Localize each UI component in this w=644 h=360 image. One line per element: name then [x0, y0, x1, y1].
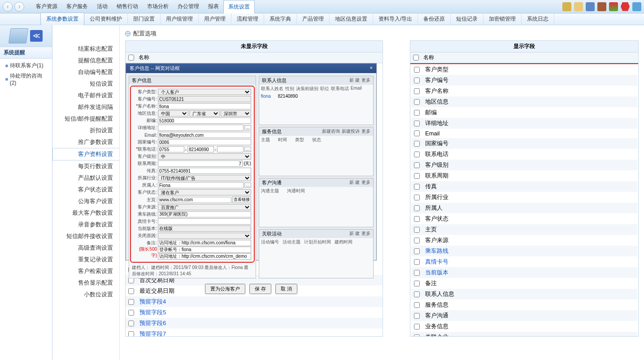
right-row-check-17[interactable] — [414, 248, 420, 254]
right-row-21[interactable]: 联系人信息 — [411, 289, 637, 299]
sub-menu-11[interactable]: 短信记录 — [451, 13, 483, 25]
settings-item-12[interactable]: 客户状态设置 — [52, 184, 119, 195]
nav-forward-button[interactable]: › — [14, 2, 24, 12]
right-row-11[interactable]: 传真 — [411, 181, 637, 192]
settings-item-5[interactable]: 邮件发送间隔 — [52, 101, 119, 113]
sidebar-item-0[interactable]: 待联系客户(1) — [3, 61, 49, 71]
right-row-3[interactable]: 地区信息 — [411, 96, 637, 107]
toolbar-icon-3[interactable] — [586, 2, 595, 11]
sub-menu-0[interactable]: 系统参数设置 — [40, 13, 84, 26]
right-row-15[interactable]: 主页 — [411, 224, 637, 235]
settings-item-18[interactable]: 重复记录设置 — [52, 254, 119, 265]
settings-item-0[interactable]: 结案标志配置 — [52, 43, 119, 55]
tel-b[interactable] — [187, 146, 214, 152]
zip-input[interactable] — [158, 117, 251, 124]
note2[interactable] — [158, 247, 251, 253]
right-row-check-8[interactable] — [414, 152, 420, 157]
right-row-check-15[interactable] — [414, 227, 420, 233]
level-select[interactable]: 中 — [158, 153, 251, 160]
right-row-check-4[interactable] — [414, 110, 420, 116]
right-row-6[interactable]: Email — [411, 129, 637, 138]
sidebar-item-1[interactable]: 待处理的咨询(2) — [3, 71, 49, 87]
toolbar-icon-2[interactable] — [574, 2, 583, 11]
right-row-22[interactable]: 服务信息 — [411, 299, 637, 310]
top-menu-5[interactable]: 办公管理 — [173, 0, 204, 13]
toolbar-icon-7[interactable] — [632, 2, 641, 11]
right-row-check-23[interactable] — [414, 313, 420, 319]
right-row-16[interactable]: 客户来源 — [411, 235, 637, 246]
right-row-1[interactable]: 客户编号 — [411, 75, 637, 86]
right-row-check-7[interactable] — [414, 141, 420, 147]
right-row-check-14[interactable] — [414, 216, 420, 222]
top-menu-1[interactable]: 客户服务 — [62, 0, 92, 13]
right-row-check-2[interactable] — [414, 88, 420, 94]
note1[interactable] — [158, 240, 251, 246]
sub-menu-2[interactable]: 部门设置 — [128, 13, 161, 25]
sub-menu-10[interactable]: 备份还原 — [418, 13, 451, 25]
right-row-18[interactable]: 真情卡号 — [411, 256, 637, 267]
sub-menu-12[interactable]: 加密锁管理 — [483, 13, 522, 25]
card-input[interactable] — [158, 218, 251, 225]
right-row-check-20[interactable] — [414, 281, 420, 286]
settings-item-8[interactable]: 推广参数设置 — [52, 136, 119, 148]
right-row-check-1[interactable] — [414, 78, 420, 83]
region-c[interactable]: 深圳市 — [221, 110, 251, 117]
toolbar-icon-5[interactable] — [609, 2, 618, 11]
collapse-icon[interactable] — [125, 31, 131, 36]
sub-menu-3[interactable]: 用户组管理 — [161, 13, 199, 25]
right-row-check-11[interactable] — [414, 184, 420, 190]
top-menu-0[interactable]: 客户资源 — [31, 0, 62, 13]
right-row-7[interactable]: 国家编号 — [411, 138, 637, 149]
dlg-cancel-button[interactable]: 取 消 — [275, 284, 297, 294]
route-input[interactable] — [158, 211, 251, 217]
right-row-check-0[interactable] — [414, 67, 420, 73]
toolbar-icon-1[interactable] — [562, 2, 571, 11]
sub-menu-1[interactable]: 公司资料维护 — [84, 13, 128, 25]
right-row-check-9[interactable] — [414, 162, 420, 168]
right-row-20[interactable]: 备注 — [411, 278, 637, 289]
right-row-23[interactable]: 客户沟通 — [411, 310, 637, 321]
top-menu-7[interactable]: 系统设置 — [223, 0, 255, 13]
sub-menu-7[interactable]: 产品管理 — [297, 13, 330, 25]
sub-menu-5[interactable]: 流程管理 — [231, 13, 264, 25]
settings-item-21[interactable]: 小数位设置 — [52, 289, 119, 300]
tel-c[interactable] — [217, 146, 244, 152]
close-icon[interactable]: × — [370, 65, 373, 72]
region-a[interactable]: 中国 — [158, 110, 188, 117]
right-row-4[interactable]: 邮编 — [411, 107, 637, 118]
right-row-5[interactable]: 详细地址 — [411, 118, 637, 129]
toolbar-icon-4[interactable] — [597, 2, 606, 11]
settings-item-7[interactable]: 折扣设置 — [52, 125, 119, 136]
left-row-check-3[interactable] — [128, 299, 134, 305]
addr-input[interactable] — [158, 125, 244, 131]
right-row-check-25[interactable] — [414, 334, 420, 337]
right-row-check-24[interactable] — [414, 324, 420, 330]
right-row-0[interactable]: 客户类型 — [411, 64, 637, 75]
settings-item-16[interactable]: 短信邮件接收设置 — [52, 230, 119, 242]
right-row-check-5[interactable] — [414, 121, 420, 126]
right-row-2[interactable]: 客户名称 — [411, 86, 637, 96]
type-select[interactable]: 个人客户 — [158, 89, 251, 95]
nat-input[interactable] — [158, 139, 251, 145]
right-row-25[interactable]: 关联企业 — [411, 332, 637, 337]
sub-menu-9[interactable]: 资料导入/导出 — [373, 13, 418, 25]
left-row-6[interactable]: 预留字段7 — [126, 329, 383, 337]
email-input[interactable] — [158, 132, 251, 138]
settings-item-20[interactable]: 售价显示配置 — [52, 277, 119, 289]
top-menu-6[interactable]: 报表 — [204, 0, 223, 13]
right-select-all-checkbox[interactable] — [413, 55, 419, 61]
right-row-17[interactable]: 乘车路线 — [411, 246, 637, 256]
right-row-14[interactable]: 客户状态 — [411, 213, 637, 224]
settings-item-15[interactable]: 录音参数设置 — [52, 219, 119, 230]
right-row-9[interactable]: 客户级别 — [411, 160, 637, 170]
sub-menu-13[interactable]: 系统日志 — [522, 13, 554, 25]
left-row-4[interactable]: 预留字段5 — [126, 307, 383, 318]
cycle-input[interactable] — [158, 160, 243, 167]
right-row-check-3[interactable] — [414, 99, 420, 105]
ver-input[interactable] — [158, 226, 251, 232]
right-row-10[interactable]: 联系周期 — [411, 170, 637, 181]
settings-item-2[interactable]: 自动编号配置 — [52, 66, 119, 78]
name-input[interactable] — [158, 103, 251, 109]
right-row-check-18[interactable] — [414, 259, 420, 265]
right-row-12[interactable]: 所属行业 — [411, 192, 637, 203]
